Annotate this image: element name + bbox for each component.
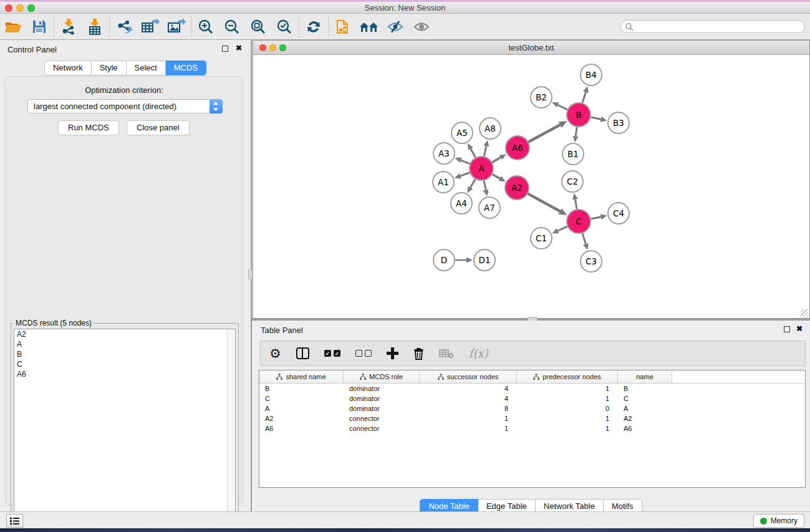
delete-columns-button[interactable] (413, 347, 424, 360)
graph-edge-A6-B[interactable] (529, 121, 567, 142)
table-cell[interactable]: 8 (420, 404, 517, 414)
export-image-button[interactable] (163, 15, 190, 39)
table-cell[interactable]: 1 (420, 414, 517, 423)
table-cell[interactable]: A (618, 404, 672, 414)
close-panel-icon[interactable]: ✖ (236, 44, 242, 52)
table-cell[interactable]: A6 (618, 423, 672, 433)
graph-node-A7[interactable]: A7 (479, 197, 500, 218)
mcds-result-item[interactable]: A (14, 339, 235, 349)
float-panel-icon[interactable] (222, 46, 228, 52)
graph-edge-A-A4[interactable] (467, 179, 475, 193)
float-panel-icon[interactable] (784, 326, 790, 332)
table-cell[interactable]: connector (344, 414, 420, 423)
node-table[interactable]: shared nameMCDS rolesuccessor nodesprede… (259, 370, 806, 488)
close-panel-button[interactable]: Close panel (127, 120, 190, 135)
mcds-result-item[interactable]: A2 (14, 329, 235, 339)
mcds-result-list[interactable]: A2ABCA6 (14, 329, 236, 531)
table-cell[interactable]: C (618, 394, 672, 404)
graph-node-A[interactable]: A (470, 157, 493, 180)
table-row[interactable]: Cdominator41C (259, 394, 805, 404)
graph-edge-B-B4[interactable] (582, 86, 589, 103)
save-session-button[interactable] (26, 15, 52, 39)
table-cell[interactable]: dominator (344, 394, 420, 404)
table-cell[interactable]: B (259, 384, 344, 394)
graph-node-A1[interactable]: A1 (433, 172, 454, 193)
zoom-fit-button[interactable] (245, 15, 271, 39)
mcds-list-scrollbar[interactable] (227, 329, 235, 531)
graph-node-A3[interactable]: A3 (433, 143, 455, 164)
graph-node-B[interactable]: B (567, 103, 591, 127)
export-table-button[interactable] (137, 15, 163, 39)
refresh-view-button[interactable] (301, 15, 327, 39)
table-cell[interactable]: A2 (259, 414, 344, 423)
zoom-selected-button[interactable] (271, 15, 297, 39)
new-network-from-file-button[interactable] (330, 15, 356, 39)
table-cell[interactable]: 1 (517, 414, 618, 423)
add-column-button[interactable] (387, 347, 398, 359)
graph-node-B4[interactable]: B4 (581, 64, 602, 85)
run-mcds-button[interactable]: Run MCDS (58, 120, 119, 135)
home-layout-button[interactable] (356, 15, 382, 39)
search-field[interactable] (620, 20, 805, 33)
tab-network[interactable]: Network (44, 60, 92, 75)
show-columns-button[interactable] (296, 347, 309, 359)
graph-node-D[interactable]: D (433, 249, 455, 271)
graph-node-B1[interactable]: B1 (562, 143, 584, 165)
network-graph[interactable]: B4B2BB3A8A5A6A3B1AC2A1A2A4A7C4CC1C3DD1 (253, 55, 809, 317)
table-row[interactable]: A6connector11A6 (259, 423, 805, 433)
graph-edge-B-B3[interactable] (591, 117, 607, 122)
zoom-out-button[interactable] (219, 15, 245, 39)
tab-select[interactable]: Select (127, 60, 166, 75)
graph-node-C4[interactable]: C4 (608, 203, 629, 224)
graph-node-D1[interactable]: D1 (474, 249, 495, 271)
table-cell[interactable]: 1 (420, 423, 517, 433)
graph-edge-A2-C[interactable] (528, 194, 567, 215)
graph-node-C2[interactable]: C2 (562, 171, 583, 192)
table-settings-button[interactable]: ⚙ (269, 347, 281, 360)
column-header-successor-nodes[interactable]: successor nodes (420, 370, 517, 383)
graph-edge-C-C2[interactable] (572, 193, 578, 209)
window-resize-grip[interactable] (801, 309, 809, 317)
graph-node-A8[interactable]: A8 (480, 118, 501, 139)
graph-edge-B-B1[interactable] (573, 127, 579, 142)
search-input[interactable] (634, 21, 804, 32)
graph-edge-B-B2[interactable] (552, 102, 567, 110)
table-cell[interactable]: C (259, 394, 344, 404)
graph-edge-A-A2[interactable] (493, 175, 506, 181)
deselect-all-columns-button[interactable] (355, 350, 372, 357)
table-cell[interactable]: 1 (517, 394, 618, 404)
tab-style[interactable]: Style (92, 60, 127, 75)
table-cell[interactable]: connector (344, 423, 420, 433)
app-titlebar[interactable]: Session: New Session (0, 2, 810, 14)
graph-node-C3[interactable]: C3 (581, 251, 602, 272)
table-cell[interactable]: B (618, 384, 672, 394)
memory-button[interactable]: Memory (753, 514, 804, 528)
show-tasks-button[interactable] (6, 514, 23, 528)
network-canvas[interactable]: B4B2BB3A8A5A6A3B1AC2A1A2A4A7C4CC1C3DD1 (253, 55, 809, 318)
graph-edge-C-C1[interactable] (552, 226, 567, 233)
table-row[interactable]: Adominator80A (259, 404, 805, 414)
graph-edge-A-A8[interactable] (483, 140, 489, 157)
table-cell[interactable]: dominator (344, 384, 420, 394)
network-window-titlebar[interactable]: testGlobe.txt (253, 41, 809, 55)
table-row[interactable]: Bdominator41B (259, 384, 805, 394)
column-header-shared-name[interactable]: shared name (259, 370, 344, 383)
column-header-name[interactable]: name (618, 370, 672, 383)
export-network-button[interactable] (111, 15, 137, 39)
tab-mcds[interactable]: MCDS (166, 60, 206, 75)
import-table-button[interactable] (82, 15, 108, 39)
table-cell[interactable]: A (259, 404, 344, 414)
graph-node-B3[interactable]: B3 (608, 112, 629, 133)
graph-edge-A-A5[interactable] (468, 143, 475, 158)
table-cell[interactable]: 0 (517, 404, 618, 414)
criterion-select[interactable]: largest connected component (directed) (27, 99, 223, 114)
graph-node-C[interactable]: C (567, 210, 591, 233)
import-network-button[interactable] (55, 15, 82, 39)
table-cell[interactable]: 1 (517, 384, 618, 394)
graph-node-A5[interactable]: A5 (451, 122, 473, 143)
close-panel-icon[interactable]: ✖ (796, 324, 803, 333)
graph-edge-A-A3[interactable] (455, 158, 470, 164)
table-cell[interactable]: 4 (420, 384, 517, 394)
table-cell[interactable]: dominator (344, 404, 420, 414)
graph-node-C1[interactable]: C1 (531, 228, 552, 249)
